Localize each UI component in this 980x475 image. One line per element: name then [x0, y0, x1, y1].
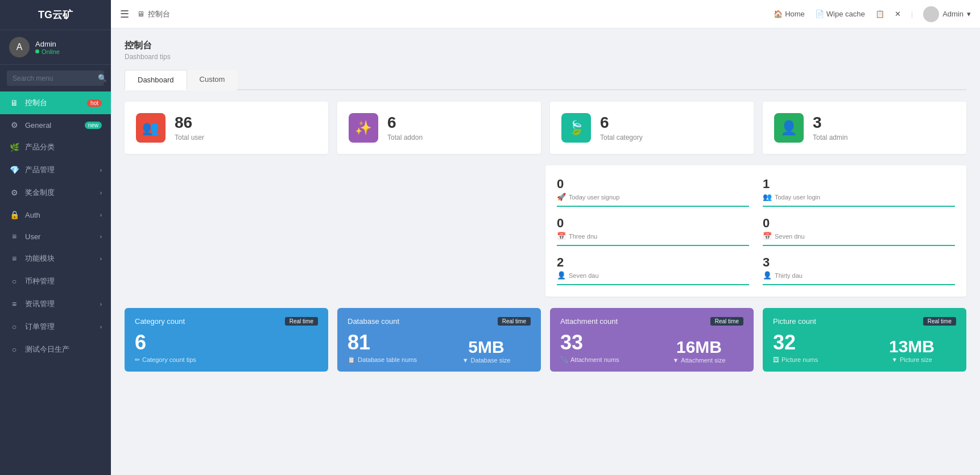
thirty-dau-number: 3	[763, 255, 955, 270]
page-subtitle: Dashboard tips	[125, 53, 966, 61]
test-icon: ○	[9, 345, 19, 354]
attachment-count-number: 33	[560, 331, 649, 354]
bottom-card-picture: Picture count Real time 32 🖼 Picture num…	[763, 308, 966, 372]
sidebar-item-func-module[interactable]: ≡ 功能模块 ›	[0, 247, 111, 270]
paperclip-icon: 📎	[560, 356, 568, 364]
activity-today-signup: 0 🚀 Today user signup	[557, 177, 749, 207]
product-category-icon: 🌿	[9, 143, 19, 152]
sidebar-item-label: General	[25, 121, 85, 130]
sidebar-item-test[interactable]: ○ 测试今日生产	[0, 338, 111, 361]
chevron-right-icon: ›	[100, 190, 102, 196]
total-user-number: 86	[175, 114, 204, 132]
card-title: Database count	[348, 317, 399, 326]
calendar-plus-icon: 📅	[763, 232, 772, 240]
wipe-cache-link[interactable]: 📄 Wipe cache	[815, 10, 865, 18]
tab-dashboard[interactable]: Dashboard	[125, 70, 187, 90]
activity-three-dnu: 0 📅 Three dnu	[557, 216, 749, 246]
sidebar-item-product-mgmt[interactable]: 💎 产品管理 ›	[0, 159, 111, 181]
activity-grid: 0 🚀 Today user signup 1 👥 Today user log…	[557, 177, 955, 285]
sidebar-item-order[interactable]: ○ 订单管理 ›	[0, 315, 111, 338]
sidebar-item-news[interactable]: ≡ 资讯管理 ›	[0, 293, 111, 315]
chevron-right-icon: ›	[100, 234, 102, 240]
page-header: 控制台 Dashboard tips	[125, 40, 966, 61]
seven-dnu-label: 📅 Seven dnu	[763, 232, 955, 240]
stat-card-user: 👥 86 Total user	[125, 102, 328, 154]
total-category-label: Total category	[600, 134, 643, 141]
activity-stats: 0 🚀 Today user signup 1 👥 Today user log…	[545, 165, 966, 297]
home-link[interactable]: 🏠 Home	[774, 10, 805, 18]
card-header: Attachment count Real time	[560, 317, 743, 326]
seven-dau-number: 2	[557, 255, 749, 270]
sidebar-item-label: 订单管理	[25, 322, 100, 332]
sidebar-item-label: 测试今日生产	[25, 344, 102, 355]
sidebar-item-dashboard[interactable]: 🖥 控制台 hot	[0, 91, 111, 114]
username: Admin	[35, 40, 60, 48]
topnav-user[interactable]: Admin ▾	[923, 6, 971, 22]
close-icon[interactable]: ✕	[895, 10, 901, 18]
thirty-dau-label: 👤 Thirty dau	[763, 271, 955, 280]
chevron-right-icon: ›	[100, 256, 102, 262]
search-input[interactable]	[13, 74, 98, 82]
activity-seven-dau: 2 👤 Seven dau	[557, 255, 749, 285]
realtime-badge: Real time	[285, 317, 318, 326]
topnav-username: Admin	[942, 10, 964, 18]
sidebar-menu: 🖥 控制台 hot ⚙ General new 🌿 产品分类 💎 产品管理 › …	[0, 91, 111, 475]
card-sub-right: ▼ Database size	[442, 357, 531, 364]
user-status: Online	[35, 48, 60, 55]
calendar-icon: 📅	[557, 232, 566, 240]
three-dnu-label: 📅 Three dnu	[557, 232, 749, 240]
realtime-badge: Real time	[923, 317, 956, 326]
avatar: A	[9, 37, 30, 57]
card-header: Picture count Real time	[773, 317, 956, 326]
total-addon-label: Total addon	[387, 134, 423, 141]
sidebar-item-label: 产品管理	[25, 165, 100, 175]
sidebar-item-general[interactable]: ⚙ General new	[0, 114, 111, 136]
category-count-number: 6	[135, 331, 318, 354]
today-signup-label: 🚀 Today user signup	[557, 193, 749, 201]
card-sub-right: ▼ Attachment size	[655, 357, 743, 364]
menu-toggle-button[interactable]: ☰	[120, 8, 129, 20]
card-duo: 33 📎 Attachment nums 16MB ▼ Attachment s…	[560, 331, 743, 364]
sidebar-item-label: 功能模块	[25, 253, 100, 264]
bonus-icon: ⚙	[9, 188, 19, 197]
picture-count-number: 32	[773, 331, 862, 354]
total-admin-label: Total admin	[813, 134, 847, 141]
today-signup-number: 0	[557, 177, 749, 191]
chevron-right-icon: ›	[100, 324, 102, 330]
card-sub-left: 📎 Attachment nums	[560, 356, 649, 364]
database-count-number: 81	[348, 331, 436, 354]
filter-icon: ▼	[672, 357, 679, 364]
realtime-badge: Real time	[710, 317, 743, 326]
total-addon-number: 6	[387, 114, 423, 132]
sidebar-item-product-category[interactable]: 🌿 产品分类	[0, 136, 111, 159]
breadcrumb: 🖥 控制台	[137, 9, 170, 19]
breadcrumb-text: 控制台	[148, 9, 170, 19]
stat-info-addon: 6 Total addon	[387, 114, 423, 141]
sidebar-item-user[interactable]: ≡ User ›	[0, 226, 111, 247]
stat-icon-category: 🍃	[561, 113, 591, 143]
icon-button-1[interactable]: 📋	[875, 10, 884, 18]
seven-dnu-number: 0	[763, 216, 955, 231]
total-admin-number: 3	[813, 114, 847, 132]
sidebar-item-label: 产品分类	[25, 142, 102, 152]
topnav-left: ☰ 🖥 控制台	[120, 8, 170, 20]
person2-icon: 👤	[763, 271, 772, 280]
search-box[interactable]: 🔍	[7, 70, 104, 86]
rocket-icon: 🚀	[557, 193, 566, 201]
main-area: ☰ 🖥 控制台 🏠 Home 📄 Wipe cache 📋 ✕ | Admin …	[111, 0, 980, 475]
person-icon: 👤	[557, 271, 566, 280]
card-duo: 81 📋 Database table nums 5MB ▼ Database …	[348, 331, 531, 364]
home-icon: 🏠	[774, 10, 783, 18]
sidebar-item-bonus[interactable]: ⚙ 奖金制度 ›	[0, 181, 111, 204]
sidebar: TG云矿 A Admin Online 🔍 🖥 控制台 hot ⚙ Genera…	[0, 0, 111, 475]
card-duo: 32 🖼 Picture nums 13MB ▼ Picture size	[773, 331, 956, 363]
card-header: Database count Real time	[348, 317, 531, 326]
dashboard-icon: 🖥	[9, 98, 19, 107]
card-title: Picture count	[773, 317, 816, 326]
tab-custom[interactable]: Custom	[187, 70, 238, 90]
sidebar-item-coin[interactable]: ○ 币种管理	[0, 270, 111, 293]
general-icon: ⚙	[9, 120, 19, 130]
app-logo: TG云矿	[0, 0, 111, 30]
sidebar-item-auth[interactable]: 🔒 Auth ›	[0, 204, 111, 226]
new-badge: new	[85, 122, 102, 129]
